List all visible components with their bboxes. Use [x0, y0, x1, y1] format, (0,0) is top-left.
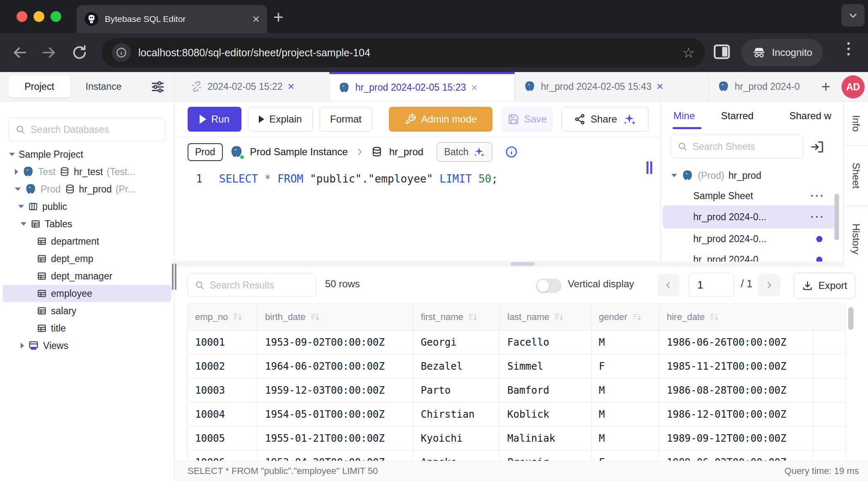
site-info-icon[interactable]: [112, 43, 131, 62]
tree-item-hr-prod[interactable]: Prod hr_prod (Pr...: [0, 180, 174, 198]
format-button[interactable]: Format: [320, 107, 372, 132]
panel-divider[interactable]: [174, 261, 843, 267]
next-page-button[interactable]: [758, 274, 780, 296]
window-zoom-button[interactable]: [51, 11, 61, 22]
tree-item-hr-test[interactable]: Test hr_test (Test...: [0, 163, 174, 180]
sheet-tab-mine[interactable]: Mine: [673, 101, 695, 130]
close-tab-icon[interactable]: ×: [288, 80, 294, 93]
new-tab-icon[interactable]: +: [273, 7, 284, 27]
sort-icon[interactable]: [232, 312, 243, 322]
page-total: / 1: [741, 278, 752, 290]
tree-item-sample-project[interactable]: Sample Project: [0, 146, 174, 163]
column-header[interactable]: gender: [591, 304, 659, 330]
window-close-button[interactable]: [17, 11, 27, 22]
sheet-search-input[interactable]: [692, 141, 796, 152]
admin-mode-button[interactable]: Admin mode: [389, 107, 492, 132]
sort-icon[interactable]: [468, 312, 478, 322]
page-input[interactable]: [697, 279, 726, 291]
rail-tab-sheet[interactable]: Sheet: [844, 146, 868, 206]
tree-item-dept-manager[interactable]: dept_manager: [0, 267, 174, 285]
prev-page-button[interactable]: [657, 274, 680, 296]
browser-tab-close-icon[interactable]: ×: [252, 13, 260, 25]
sheet-tab-shared[interactable]: Shared w: [789, 101, 831, 130]
sort-icon[interactable]: [310, 312, 321, 322]
sort-icon[interactable]: [632, 312, 642, 322]
reload-icon[interactable]: [71, 44, 88, 61]
sidebar-tab-instance[interactable]: Instance: [77, 75, 130, 98]
vertical-display-toggle[interactable]: [536, 279, 562, 293]
column-header[interactable]: hire_date: [659, 304, 813, 330]
sheet-search[interactable]: [670, 135, 803, 159]
address-bar[interactable]: localhost:8080/sql-editor/sheet/project-…: [102, 38, 705, 67]
explain-button[interactable]: Explain: [248, 107, 313, 132]
sidebar-tab-project[interactable]: Project: [8, 75, 70, 98]
tree-item-views-group[interactable]: Views: [0, 337, 174, 354]
batch-mode-chip[interactable]: Batch: [436, 142, 492, 162]
tab-search-chevron-button[interactable]: [841, 4, 865, 26]
sidebar-drag-handle[interactable]: [172, 264, 176, 290]
browser-tab[interactable]: Bytebase SQL Editor ×: [77, 5, 267, 33]
tree-item-employee-selected[interactable]: employee: [2, 285, 171, 302]
more-menu-icon[interactable]: ···: [810, 211, 825, 224]
instance-name[interactable]: Prod Sample Instance: [250, 146, 348, 158]
import-sheet-icon[interactable]: [810, 139, 825, 154]
sheet-list-item[interactable]: Sample Sheet ···: [663, 185, 837, 206]
editor-tab-3[interactable]: hr_prod 2024-02-05 15:43 ×: [515, 72, 709, 101]
user-avatar[interactable]: AD: [841, 75, 865, 99]
forward-icon[interactable]: [41, 44, 57, 61]
column-header[interactable]: last_name: [500, 304, 591, 330]
table-scrollbar[interactable]: [848, 307, 854, 330]
divider-drag-pill[interactable]: [511, 262, 535, 266]
database-search-input[interactable]: [31, 124, 159, 135]
column-header[interactable]: first_name: [413, 304, 500, 330]
tree-item-public-schema[interactable]: public: [0, 198, 174, 215]
tree-label: department: [51, 236, 99, 247]
share-button[interactable]: Share: [562, 107, 649, 132]
database-search[interactable]: [8, 118, 166, 141]
page-number-input[interactable]: [689, 273, 734, 297]
editor-tab-2-active[interactable]: hr_prod 2024-02-05 15:23 ×: [329, 72, 515, 101]
database-name[interactable]: hr_prod: [389, 146, 424, 158]
sheet-list-item[interactable]: hr_prod 2024-0... ···: [663, 228, 837, 249]
editor-scrollbar-marks[interactable]: [646, 161, 652, 174]
column-header[interactable]: birth_date: [258, 304, 413, 330]
close-tab-icon[interactable]: ×: [656, 80, 663, 93]
back-icon[interactable]: [12, 44, 28, 61]
run-button[interactable]: Run: [188, 107, 241, 132]
sort-icon[interactable]: [709, 312, 720, 322]
more-menu-icon[interactable]: ···: [810, 190, 825, 202]
sql-editor-line[interactable]: 1 SELECT * FROM "public"."employee" LIMI…: [174, 173, 646, 189]
tree-item-title[interactable]: title: [0, 320, 174, 337]
save-button-disabled[interactable]: Save: [502, 107, 553, 132]
sheet-group-hr-prod[interactable]: (Prod) hr_prod: [661, 166, 843, 185]
connection-info-icon[interactable]: [505, 145, 518, 159]
bookmark-star-icon[interactable]: ☆: [682, 44, 695, 61]
editor-tab-4[interactable]: hr_prod 2024-0: [709, 72, 815, 101]
side-panel-icon[interactable]: [713, 44, 731, 60]
table-row: 10004 1954-05-01T00:00:00Z Chirstian Kob…: [188, 402, 845, 426]
browser-menu-icon[interactable]: [847, 42, 850, 55]
sheet-list-item[interactable]: hr_prod 2024-0... ···: [663, 205, 837, 228]
close-tab-icon[interactable]: ×: [471, 81, 477, 94]
sheet-tab-starred[interactable]: Starred: [721, 101, 754, 130]
results-search-input[interactable]: [210, 280, 309, 291]
sheet-list-scrollbar[interactable]: [834, 194, 839, 240]
column-header[interactable]: emp_no: [188, 304, 258, 330]
tree-item-dept-emp[interactable]: dept_emp: [0, 250, 174, 267]
tree-item-tables-group[interactable]: Tables: [0, 215, 174, 233]
rail-tab-info[interactable]: Info: [844, 101, 868, 145]
new-sheet-tab-icon[interactable]: +: [815, 72, 837, 101]
editor-tab-1[interactable]: 2024-02-05 15:22 ×: [183, 72, 329, 101]
window-minimize-button[interactable]: [34, 11, 44, 22]
cell-emp-no: 10006: [188, 450, 258, 461]
sort-icon[interactable]: [554, 312, 564, 322]
cell-birth-date: 1964-06-02T00:00:00Z: [258, 354, 413, 378]
table-icon: [36, 236, 47, 247]
sheet-list-item[interactable]: hr_prod 2024-0... ···: [663, 249, 837, 262]
export-button[interactable]: Export: [794, 273, 855, 298]
tree-item-salary[interactable]: salary: [0, 302, 174, 320]
filter-settings-icon[interactable]: [150, 79, 166, 95]
rail-tab-history[interactable]: History: [844, 206, 868, 272]
tree-item-department[interactable]: department: [0, 233, 174, 250]
results-search[interactable]: [188, 274, 316, 297]
